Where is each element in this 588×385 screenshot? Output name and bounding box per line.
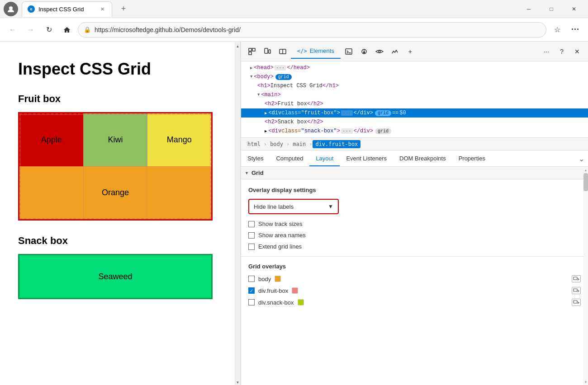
- forward-button[interactable]: →: [24, 23, 38, 37]
- page-title: Inspect CSS Grid: [18, 60, 217, 79]
- tab-layout[interactable]: Layout: [309, 151, 340, 166]
- title-bar: e Inspect CSS Grid ✕ + ─ □ ✕: [0, 0, 588, 18]
- breadcrumb-html[interactable]: html: [245, 140, 263, 148]
- url-text: https://microsoftedge.github.io/Demos/de…: [95, 26, 541, 33]
- dom-row-snack-box[interactable]: ▶ <div class= "snack-box" > ··· </div> g…: [241, 127, 588, 136]
- triangle-snack-box: ▶: [265, 129, 267, 134]
- elements-tab[interactable]: </> Elements: [291, 44, 341, 59]
- svg-rect-5: [269, 50, 270, 53]
- svg-rect-4: [265, 48, 268, 53]
- scroll-down-arrow[interactable]: ▼: [235, 380, 241, 385]
- dom-row-fruit-box[interactable]: ▶ <div class= "fruit-box" > ··· </div> g…: [241, 108, 588, 117]
- grid-section-title: Grid: [251, 169, 264, 176]
- favorites-button[interactable]: ☆: [550, 23, 564, 37]
- close-button[interactable]: ✕: [564, 2, 584, 16]
- help-button[interactable]: ?: [555, 44, 569, 59]
- fruit-orange: Orange: [19, 166, 211, 219]
- breadcrumb-div-fruit-box[interactable]: div.fruit-box: [313, 140, 360, 148]
- show-track-sizes-checkbox[interactable]: [248, 221, 255, 227]
- address-bar: ← → ↻ 🔒 https://microsoftedge.github.io/…: [0, 18, 588, 42]
- breadcrumb: html › body › main › div.fruit-box: [241, 138, 588, 150]
- show-area-names-label: Show area names: [258, 232, 306, 239]
- snack-box-overlay-icon[interactable]: [572, 299, 581, 306]
- inspect-element-button[interactable]: [245, 44, 259, 59]
- home-button[interactable]: [60, 23, 74, 37]
- svg-rect-3: [249, 52, 251, 55]
- svg-point-11: [363, 52, 365, 53]
- dom-row-h2-snack[interactable]: <h2> Snack box </h2>: [241, 117, 588, 127]
- tab-close-button[interactable]: ✕: [98, 5, 106, 13]
- breadcrumb-body[interactable]: body: [267, 140, 286, 148]
- svg-rect-8: [346, 49, 352, 54]
- scroll-up-arrow[interactable]: ▲: [235, 43, 241, 49]
- dom-row-main[interactable]: ▼ <main>: [241, 90, 588, 99]
- devtools-toolbar: </> Elements + ··· ? ✕: [241, 42, 588, 61]
- fruit-box-overlay-label: div.fruit-box: [258, 287, 288, 294]
- dropdown-arrow-icon: ▼: [328, 203, 333, 210]
- grid-section-header[interactable]: ▼ Grid: [241, 167, 588, 179]
- scrollbar-thumb[interactable]: [583, 173, 588, 191]
- tab-event-listeners[interactable]: Event Listeners: [340, 151, 393, 166]
- scrollbar-down-arrow[interactable]: ▼: [583, 379, 588, 385]
- breadcrumb-main[interactable]: main: [290, 140, 308, 148]
- fruit-box-color-swatch[interactable]: [292, 287, 298, 294]
- triangle-body: ▼: [250, 75, 252, 79]
- dom-tree-wrapper: ▶ <head> ··· </head> ▼ <body> grid <h1> …: [241, 61, 588, 138]
- fruit-box-overlay-checkbox[interactable]: ✓: [248, 287, 255, 294]
- fruit-section-title: Fruit box: [18, 93, 217, 105]
- maximize-button[interactable]: □: [541, 2, 562, 16]
- refresh-button[interactable]: ↻: [42, 23, 56, 37]
- add-panel-button[interactable]: +: [403, 44, 417, 59]
- dropdown-value: Hide line labels: [254, 203, 294, 210]
- show-area-names-checkbox[interactable]: [248, 232, 255, 239]
- more-tools-button[interactable]: ···: [539, 44, 554, 59]
- layout-panel-scrollbar: ▲ ▼: [583, 167, 588, 385]
- dom-row-h2-fruit[interactable]: <h2> Fruit box </h2>: [241, 99, 588, 108]
- close-devtools-button[interactable]: ✕: [570, 44, 584, 59]
- dom-row-h1[interactable]: <h1> Inspect CSS Grid </h1>: [241, 81, 588, 90]
- hide-line-labels-dropdown[interactable]: Hide line labels ▼: [248, 199, 339, 214]
- devtools-panel: </> Elements + ··· ? ✕: [241, 42, 588, 385]
- snack-box-overlay-checkbox[interactable]: [248, 299, 255, 305]
- body-overlay-checkbox[interactable]: [248, 276, 255, 282]
- fruit-box-grid-badge[interactable]: grid: [375, 110, 391, 116]
- dom-row-body[interactable]: ▼ <body> grid: [241, 72, 588, 81]
- tab-properties[interactable]: Properties: [452, 151, 492, 166]
- overlay-settings-title: Overlay display settings: [248, 187, 581, 193]
- body-color-swatch[interactable]: [275, 276, 281, 282]
- main-area: Inspect CSS Grid Fruit box Apple Kiwi Ma…: [0, 42, 588, 385]
- more-button[interactable]: ···: [568, 23, 583, 37]
- network-tab[interactable]: [372, 44, 387, 59]
- back-button[interactable]: ←: [5, 23, 20, 37]
- snack-box-color-swatch[interactable]: [298, 299, 304, 305]
- extend-grid-lines-checkbox[interactable]: [248, 244, 255, 250]
- tab-title: Inspect CSS Grid: [38, 6, 84, 13]
- snack-box-grid-badge[interactable]: grid: [375, 128, 391, 134]
- body-grid-badge[interactable]: grid: [275, 74, 292, 80]
- sources-tab[interactable]: [357, 44, 371, 59]
- console-tab[interactable]: [341, 44, 356, 59]
- snack-section-title: Snack box: [18, 235, 217, 247]
- scrollbar-up-arrow[interactable]: ▲: [583, 167, 588, 173]
- panel-tab-more-button[interactable]: ⌄: [575, 151, 588, 166]
- device-toolbar-button[interactable]: [260, 44, 275, 59]
- fruit-mango: Mango: [147, 113, 211, 166]
- svg-rect-14: [574, 289, 577, 291]
- svg-rect-15: [574, 300, 577, 303]
- body-overlay-icon[interactable]: [572, 275, 581, 282]
- user-avatar: [4, 2, 18, 16]
- fruit-box-overlay-icon[interactable]: [572, 287, 581, 294]
- new-tab-button[interactable]: +: [116, 1, 131, 17]
- tab-dom-breakpoints[interactable]: DOM Breakpoints: [393, 151, 452, 166]
- snack-grid: Seaweed: [18, 254, 213, 299]
- url-bar[interactable]: 🔒 https://microsoftedge.github.io/Demos/…: [78, 22, 546, 38]
- minimize-button[interactable]: ─: [518, 2, 539, 16]
- browser-tab[interactable]: e Inspect CSS Grid ✕: [22, 1, 112, 17]
- tab-computed[interactable]: Computed: [270, 151, 309, 166]
- performance-tab[interactable]: [388, 44, 402, 59]
- elements-tab-icon: </>: [297, 48, 307, 54]
- toggle-devtools-button[interactable]: [275, 44, 290, 59]
- svg-point-0: [9, 6, 13, 10]
- tab-styles[interactable]: Styles: [241, 151, 270, 166]
- dom-row-head[interactable]: ▶ <head> ··· </head>: [241, 63, 588, 72]
